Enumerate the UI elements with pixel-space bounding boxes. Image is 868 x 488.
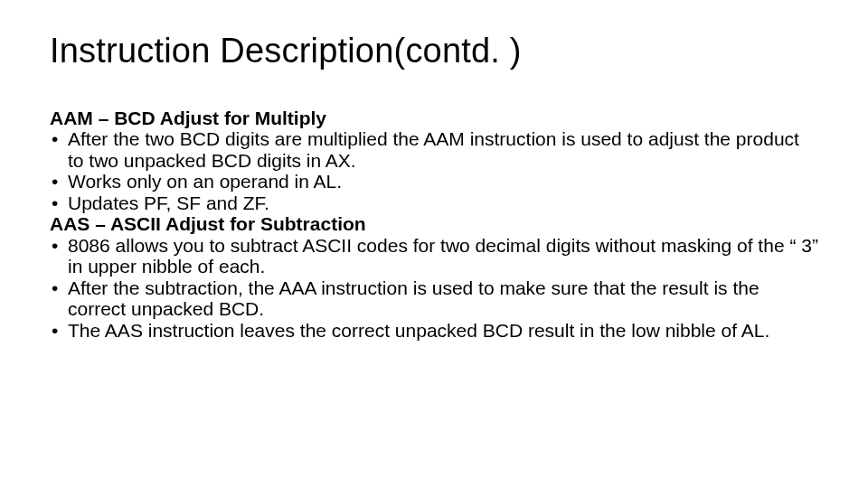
slide: Instruction Description(contd. ) AAM – B… — [0, 0, 868, 488]
bullet-dot-icon: • — [50, 235, 68, 257]
section-heading-aas: AAS – ASCII Adjust for Subtraction — [50, 213, 818, 235]
bullet-item: • 8086 allows you to subtract ASCII code… — [50, 235, 818, 277]
bullet-dot-icon: • — [50, 320, 68, 342]
slide-title: Instruction Description(contd. ) — [50, 32, 818, 71]
section-heading-aam: AAM – BCD Adjust for Multiply — [50, 108, 818, 129]
bullet-item: • The AAS instruction leaves the correct… — [50, 320, 818, 342]
bullet-dot-icon: • — [50, 171, 68, 192]
bullet-item: • Updates PF, SF and ZF. — [50, 192, 818, 214]
bullet-text: Updates PF, SF and ZF. — [68, 192, 818, 214]
bullet-text: After the two BCD digits are multiplied … — [68, 128, 818, 171]
bullet-text: After the subtraction, the AAA instructi… — [68, 277, 818, 320]
slide-body: AAM – BCD Adjust for Multiply • After th… — [50, 108, 818, 342]
bullet-item: • Works only on an operand in AL. — [50, 171, 818, 192]
bullet-item: • After the two BCD digits are multiplie… — [50, 128, 818, 171]
bullet-item: • After the subtraction, the AAA instruc… — [50, 277, 818, 320]
bullet-dot-icon: • — [50, 128, 68, 150]
bullet-text: 8086 allows you to subtract ASCII codes … — [68, 235, 818, 277]
bullet-text: The AAS instruction leaves the correct u… — [68, 320, 818, 342]
bullet-dot-icon: • — [50, 277, 68, 299]
bullet-text: Works only on an operand in AL. — [68, 171, 818, 192]
bullet-dot-icon: • — [50, 192, 68, 214]
